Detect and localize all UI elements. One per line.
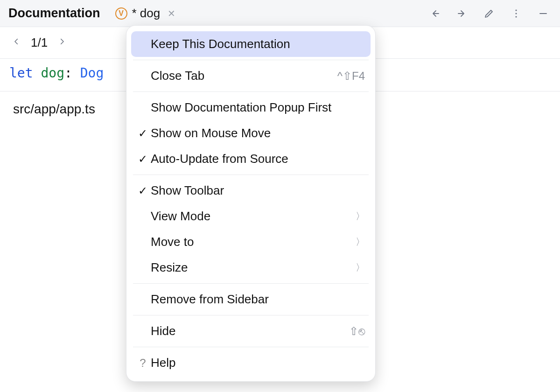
menu-keep-documentation[interactable]: Keep This Documentation: [131, 31, 371, 57]
chevron-left-icon: [12, 35, 21, 48]
svg-point-1: [515, 13, 517, 14]
menu-separator: [133, 175, 369, 175]
nav-counter: 1/1: [31, 35, 48, 50]
svg-point-2: [515, 16, 517, 17]
code-keyword: let: [9, 65, 33, 81]
check-icon: ✓: [135, 184, 151, 197]
menu-show-on-mouse-move[interactable]: ✓ Show on Mouse Move: [126, 120, 375, 146]
vertical-dots-icon: [511, 8, 522, 19]
panel-title: Documentation: [8, 6, 100, 21]
back-button[interactable]: [427, 5, 443, 22]
check-icon: ✓: [135, 127, 151, 140]
menu-auto-update[interactable]: ✓ Auto-Update from Source: [126, 146, 375, 172]
menu-remove-from-sidebar[interactable]: Remove from Sidebar: [126, 287, 375, 312]
menu-separator: [133, 347, 369, 347]
shortcut-label: ^⇧F4: [337, 70, 365, 83]
minimize-button[interactable]: [535, 5, 552, 22]
menu-view-mode[interactable]: View Mode 〉: [126, 203, 375, 229]
code-type: Dog: [80, 65, 104, 81]
arrow-right-icon: [456, 8, 468, 19]
variable-badge-icon: V: [115, 7, 127, 20]
help-icon: ?: [135, 357, 151, 370]
svg-point-0: [515, 9, 517, 11]
chevron-right-icon: 〉: [356, 210, 365, 223]
next-button[interactable]: [55, 35, 69, 50]
menu-close-tab[interactable]: Close Tab ^⇧F4: [126, 63, 375, 89]
menu-separator: [133, 60, 369, 60]
menu-separator: [133, 283, 369, 284]
code-var: dog: [41, 65, 64, 81]
context-menu: Keep This Documentation Close Tab ^⇧F4 S…: [126, 25, 376, 382]
edit-button[interactable]: [481, 5, 497, 22]
chevron-right-icon: 〉: [356, 236, 365, 248]
panel-header: Documentation V * dog ✕: [0, 0, 560, 27]
menu-separator: [133, 315, 369, 315]
chevron-right-icon: [58, 35, 66, 48]
chevron-right-icon: 〉: [356, 261, 365, 274]
menu-resize[interactable]: Resize 〉: [126, 255, 375, 280]
menu-show-toolbar[interactable]: ✓ Show Toolbar: [126, 178, 375, 203]
documentation-tab[interactable]: V * dog ✕: [111, 4, 181, 22]
more-options-button[interactable]: [508, 5, 525, 22]
menu-hide[interactable]: Hide ⇧⎋: [126, 318, 375, 344]
pencil-icon: [483, 8, 495, 19]
prev-button[interactable]: [9, 35, 23, 50]
menu-help[interactable]: ? Help: [126, 350, 375, 376]
close-tab-icon[interactable]: ✕: [168, 8, 175, 19]
menu-separator: [133, 91, 369, 92]
forward-button[interactable]: [454, 5, 470, 22]
tab-label: * dog: [132, 6, 161, 21]
minus-icon: [538, 8, 549, 19]
menu-move-to[interactable]: Move to 〉: [126, 229, 375, 255]
shortcut-label: ⇧⎋: [349, 325, 365, 338]
menu-show-popup-first[interactable]: Show Documentation Popup First: [126, 95, 375, 120]
check-icon: ✓: [135, 153, 151, 166]
arrow-left-icon: [429, 8, 441, 19]
